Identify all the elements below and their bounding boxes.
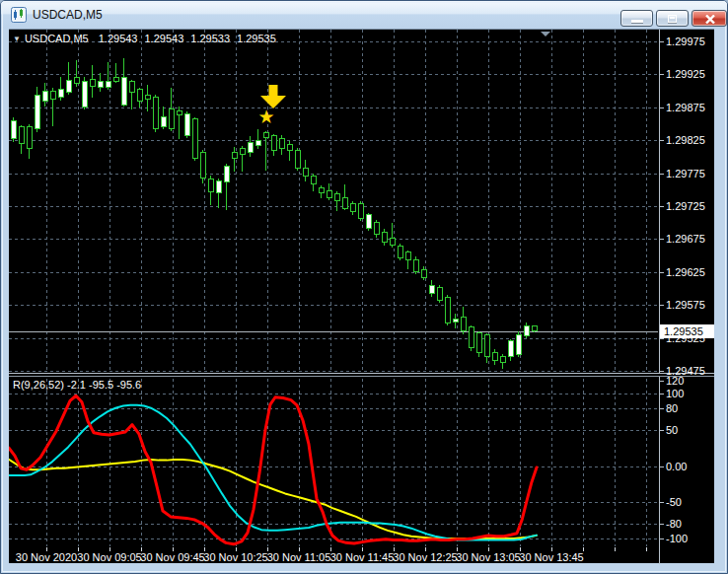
candle-body: [42, 92, 47, 102]
candle-body: [50, 92, 55, 100]
price-axis-label: 1.29675: [666, 233, 705, 245]
restore-button[interactable]: [656, 10, 689, 27]
candle-body: [476, 333, 481, 352]
candle-body: [342, 198, 347, 208]
candle-body: [532, 326, 537, 331]
candle-body: [445, 297, 450, 323]
candle-body: [240, 149, 245, 154]
candle-body: [429, 285, 434, 294]
candle-body: [113, 77, 118, 82]
candle-body: [271, 136, 276, 151]
axis-tick: [660, 272, 664, 273]
axis-tick: [660, 502, 664, 503]
candle-body: [484, 335, 489, 356]
axis-tick: [660, 74, 664, 75]
symbol-collapse-icon[interactable]: ▼: [13, 35, 21, 43]
candle-body: [248, 142, 253, 152]
candle-body: [358, 203, 363, 218]
candle-body: [405, 252, 410, 260]
candle-body: [311, 176, 316, 183]
time-axis-label: 30 Nov 13:45: [519, 551, 583, 563]
candle-body: [279, 139, 284, 149]
quote-high: 1.29543: [144, 33, 183, 44]
indicator-axis-label: 50: [666, 424, 678, 436]
axis-tick: [660, 338, 664, 339]
window-controls: [620, 10, 727, 27]
candle-body: [216, 181, 221, 193]
axis-tick: [660, 108, 664, 108]
price-axis-label: 1.29825: [666, 134, 705, 146]
axis-tick: [660, 430, 664, 431]
time-axis-tick: [615, 547, 616, 551]
indicator-axis-label: -50: [666, 496, 682, 508]
header-symbol: USDCAD,M5: [25, 33, 89, 44]
price-axis-label: 1.29575: [666, 299, 705, 311]
chart-plot[interactable]: [9, 30, 714, 564]
axis-tick: [660, 206, 664, 207]
indicator-axis-label: 0.00: [666, 461, 687, 472]
price-axis-label: 1.29875: [666, 102, 705, 113]
candle-body: [492, 353, 497, 360]
time-axis-tick: [646, 547, 647, 551]
candle-body: [508, 341, 513, 356]
quote-close: 1.29535: [237, 33, 276, 44]
title-bar[interactable]: USDCAD,M5: [1, 1, 727, 29]
candle-body: [224, 167, 229, 182]
candle-body: [66, 80, 71, 92]
candle-body: [382, 232, 387, 243]
mt4-chart-window: USDCAD,M5 ▼USDCAD,M51.295431.295431.2953…: [0, 0, 728, 574]
chart-shift-marker: [541, 32, 550, 36]
axis-tick: [660, 140, 664, 141]
candle-body: [437, 287, 442, 300]
candle-body: [366, 215, 371, 228]
candle-body: [129, 82, 134, 93]
indicator-axis-label: 120: [666, 375, 684, 387]
chart-icon: [11, 7, 27, 23]
pane-separator: [9, 373, 714, 374]
chart-area[interactable]: ▼USDCAD,M51.295431.295431.295331.29535 R…: [9, 29, 714, 563]
pane-separator: [9, 374, 714, 376]
candle-body: [461, 318, 466, 331]
candle-body: [453, 320, 458, 323]
axis-tick: [660, 466, 664, 467]
close-button[interactable]: [692, 10, 727, 27]
axis-tick: [660, 305, 664, 306]
current-price-tag: 1.29535: [660, 324, 714, 338]
axis-tick: [660, 524, 664, 525]
time-axis-label: 30 Nov 13:05: [456, 551, 520, 563]
candle-body: [413, 259, 418, 272]
star-marker: ★: [257, 106, 274, 127]
candle-body: [145, 95, 150, 100]
candle-body: [90, 80, 95, 87]
candle-body: [398, 246, 402, 257]
price-axis-label: 1.29925: [666, 68, 705, 80]
candle-body: [208, 179, 213, 192]
candle-body: [35, 95, 39, 129]
candle-body: [11, 120, 16, 139]
candle-body: [390, 238, 395, 245]
candle-body: [500, 357, 505, 362]
restore-icon: [668, 15, 677, 23]
window-title: USDCAD,M5: [33, 8, 103, 22]
time-axis-label: 30 Nov 10:25: [203, 551, 267, 563]
candle-body: [161, 117, 166, 127]
candle-body: [58, 89, 63, 98]
close-icon: [705, 15, 715, 24]
candle-body: [184, 113, 189, 135]
time-axis-label: 30 Nov 09:05: [77, 551, 141, 563]
minimize-button[interactable]: [620, 10, 653, 27]
candle-body: [524, 326, 529, 336]
minimize-icon: [631, 20, 643, 23]
indicator-axis-label: 80: [666, 402, 678, 414]
time-axis-label: 30 Nov 2020: [16, 551, 77, 563]
quote-open: 1.29543: [99, 33, 138, 44]
candle-body: [169, 109, 174, 129]
price-axis-label: 1.29775: [666, 168, 705, 179]
pane-separator: [9, 376, 714, 377]
axis-tick: [660, 408, 664, 409]
axis-tick: [660, 239, 664, 240]
price-axis-label: 1.29625: [666, 266, 705, 278]
candle-body: [200, 152, 205, 178]
candle-body: [177, 110, 182, 115]
candle-body: [121, 77, 126, 105]
